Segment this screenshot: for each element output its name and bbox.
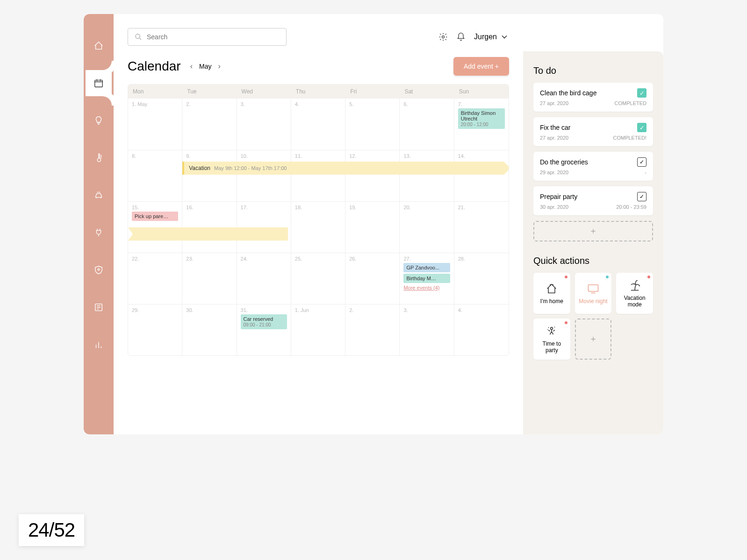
sidebar-stats[interactable] [86, 332, 112, 358]
right-panel: To do Clean the bird cage ✓ 27 apr. 2020… [523, 51, 663, 434]
cal-cell[interactable]: 3. [237, 99, 291, 150]
quick-action-home[interactable]: I'm home [533, 273, 570, 314]
user-menu[interactable]: Jurgen [474, 32, 509, 42]
page-title: Calendar [128, 59, 181, 74]
todo-title: To do [533, 65, 653, 76]
cal-cell[interactable]: 29. [128, 305, 182, 355]
cal-cell[interactable]: 30. [182, 305, 237, 355]
plug-icon [93, 227, 104, 238]
sidebar-news[interactable] [86, 294, 112, 320]
settings-icon[interactable] [438, 32, 448, 42]
check-icon[interactable]: ✓ [637, 123, 646, 132]
add-todo-button[interactable] [533, 221, 653, 241]
sidebar-security[interactable] [86, 257, 112, 283]
sidebar-lights[interactable] [86, 107, 112, 134]
cal-cell[interactable]: 20. [400, 202, 454, 253]
home-icon [545, 282, 558, 295]
day-head: Fri [345, 85, 400, 99]
cal-cell[interactable]: 19. [345, 202, 400, 253]
home-icon [93, 41, 104, 51]
cal-cell[interactable]: 6. [400, 99, 454, 150]
add-event-button[interactable]: Add event + [453, 57, 509, 76]
cal-cell[interactable]: 31. Car reserved 09:00 - 21:00 [237, 305, 291, 355]
day-head: Sun [454, 85, 509, 99]
search-box[interactable] [128, 28, 287, 46]
svg-rect-0 [95, 80, 103, 87]
cal-cell[interactable]: 27. GP Zandvoo... Birthday M… More event… [400, 253, 454, 304]
svg-point-1 [98, 269, 100, 270]
cal-cell[interactable]: 13. [400, 150, 454, 201]
todo-item[interactable]: Fix the car ✓ 27 apr. 2020 COMPLETED! [533, 117, 653, 146]
day-head: Thu [291, 85, 345, 99]
sidebar-car[interactable] [86, 182, 112, 208]
event-pickup[interactable]: Pick up pare… [132, 212, 178, 221]
cal-cell[interactable]: 4. [291, 99, 345, 150]
cal-cell[interactable]: 25. [291, 253, 345, 304]
cal-cell[interactable]: 9. [182, 150, 237, 201]
cal-cell[interactable]: 2. [345, 305, 400, 355]
sidebar-home[interactable] [86, 33, 112, 59]
more-events-link[interactable]: More events (4) [403, 285, 450, 291]
palm-icon [628, 279, 641, 292]
cal-cell[interactable]: 5. [345, 99, 400, 150]
sidebar [84, 14, 114, 434]
user-name: Jurgen [474, 33, 497, 41]
cal-cell[interactable]: 24. [237, 253, 291, 304]
status-dot [565, 321, 567, 324]
event-birthday-simon[interactable]: Birthday Simon Utrecht 20:00 - 12:00 [458, 108, 505, 129]
todo-item[interactable]: Prepair party 30 apr. 2020 20:00 - 23:59 [533, 186, 653, 215]
check-icon[interactable] [637, 192, 646, 201]
party-icon [545, 325, 558, 338]
plus-icon [589, 335, 597, 343]
prev-month[interactable]: ‹ [190, 62, 193, 71]
thermometer-icon [93, 153, 104, 163]
sidebar-energy[interactable] [86, 220, 112, 246]
sidebar-calendar[interactable] [86, 70, 112, 96]
news-icon [93, 302, 104, 312]
event-vacation[interactable]: Vacation May 9th 12:00 - May 17th 17:00 [182, 162, 504, 175]
shield-icon [93, 265, 104, 275]
cal-cell[interactable]: 11. [291, 150, 345, 201]
plus-icon [589, 227, 597, 235]
calendar-icon [93, 78, 104, 88]
current-month: May [199, 63, 211, 70]
month-nav: ‹ May › [190, 62, 221, 71]
bar-chart-icon [93, 340, 104, 350]
svg-point-3 [136, 34, 140, 38]
quick-action-movie[interactable]: Movie night [575, 273, 612, 314]
cal-cell[interactable]: 4. [454, 305, 509, 355]
todo-item[interactable]: Do the groceries 29 apr. 2020 - [533, 152, 653, 181]
cal-cell[interactable]: 1. May [128, 99, 182, 150]
cal-cell[interactable]: 10. [237, 150, 291, 201]
cal-cell[interactable]: 21. [454, 202, 509, 253]
event-vacation-continued[interactable] [128, 227, 288, 241]
sidebar-climate[interactable] [86, 145, 112, 171]
cal-cell[interactable]: 22. [128, 253, 182, 304]
next-month[interactable]: › [218, 62, 220, 71]
cal-cell[interactable]: 23. [182, 253, 237, 304]
cal-cell[interactable]: 3. [400, 305, 454, 355]
cal-cell[interactable]: 28. [454, 253, 509, 304]
quick-action-party[interactable]: Time to party [533, 319, 570, 360]
event-birthday-m[interactable]: Birthday M… [403, 274, 450, 283]
cal-cell[interactable]: 14. [454, 150, 509, 201]
quick-action-vacation[interactable]: Vacation mode [616, 273, 653, 314]
car-icon [93, 190, 104, 200]
search-input[interactable] [147, 33, 280, 41]
cal-cell[interactable]: 1. Jun [291, 305, 345, 355]
cal-cell[interactable]: 18. [291, 202, 345, 253]
check-icon[interactable] [637, 157, 646, 167]
svg-point-4 [442, 36, 445, 38]
add-quick-action-button[interactable] [575, 319, 612, 360]
check-icon[interactable]: ✓ [637, 88, 646, 98]
bell-icon[interactable] [456, 32, 466, 42]
status-dot [565, 276, 567, 278]
cal-cell[interactable]: 12. [345, 150, 400, 201]
event-gp[interactable]: GP Zandvoo... [403, 263, 450, 272]
cal-cell[interactable]: 8. [128, 150, 182, 201]
event-car-reserved[interactable]: Car reserved 09:00 - 21:00 [241, 314, 287, 329]
cal-cell[interactable]: 26. [345, 253, 400, 304]
cal-cell[interactable]: 2. [182, 99, 237, 150]
todo-item[interactable]: Clean the bird cage ✓ 27 apr. 2020 COMPL… [533, 83, 653, 112]
cal-cell[interactable]: 7. Birthday Simon Utrecht 20:00 - 12:00 [454, 99, 509, 150]
